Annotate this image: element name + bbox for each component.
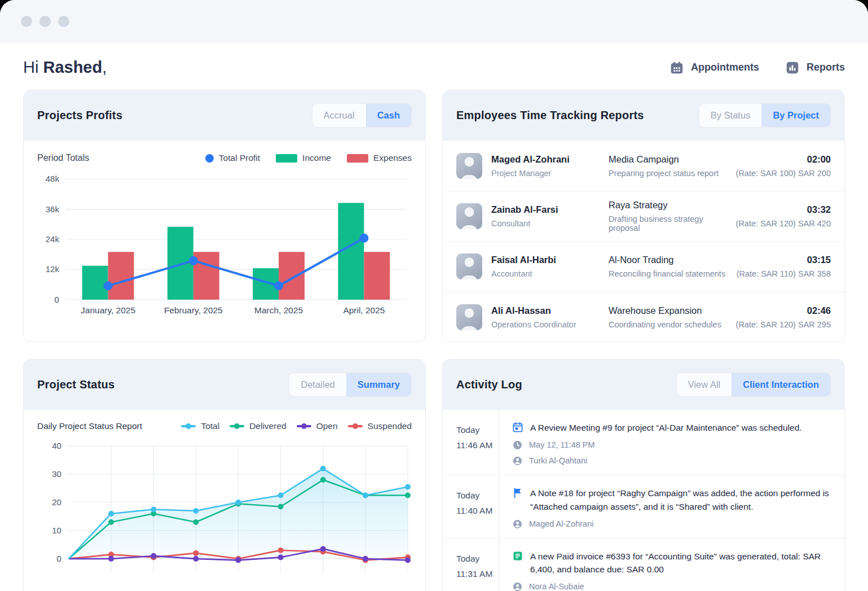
toggle-detailed[interactable]: Detailed [289,373,346,396]
task-description: Drafting business strategy proposal [609,214,727,233]
time-tracking-panel: Employees Time Tracking Reports By Statu… [442,90,845,342]
tracked-duration: 03:32 [736,204,831,215]
activity-entry: Today11:31 AM A new Paid invoice #6393 f… [443,538,844,591]
person-icon [513,582,522,591]
tracked-duration: 02:46 [736,305,831,316]
window-control-dot[interactable] [58,16,69,27]
invoice-icon [512,550,523,562]
time-tracking-title: Employees Time Tracking Reports [456,109,644,122]
period-totals-label: Period Totals [37,153,89,163]
rate-amount: (Rate: SAR 120) SAR 295 [736,320,831,329]
activity-log-panel: Activity Log View All Client Interaction… [442,359,845,591]
activity-text: A new Paid invoice #6393 for “Accounting… [530,550,831,576]
rate-amount: (Rate: SAR 100) SAR 200 [736,169,831,178]
activity-timestamp: Today11:31 AM [443,539,500,591]
toggle-by-status[interactable]: By Status [699,104,762,127]
svg-text:20: 20 [52,497,61,507]
employee-name: Faisal Al-Harbi [491,255,600,265]
calendar-icon [669,60,684,75]
task-description: Reconciling financial statements [609,269,728,278]
employee-row[interactable]: Ali Al-HassanOperations Coordinator Ware… [443,292,844,342]
expenses-swatch [347,154,368,163]
employee-role: Project Manager [491,169,600,178]
clock-icon [513,440,522,450]
status-legend: Total Delivered Open Suspended [181,421,412,431]
task-description: Coordinating vendor schedules [609,320,727,329]
profits-toggle: Accrual Cash [312,103,412,128]
toggle-client-interaction[interactable]: Client Interaction [732,373,830,396]
svg-text:24k: 24k [46,234,60,244]
toggle-summary[interactable]: Summary [346,373,411,396]
status-toggle: Detailed Summary [289,373,412,397]
window-titlebar [0,0,868,43]
legend-expenses: Expenses [347,153,412,163]
employee-list: Maged Al-ZohraniProject Manager Media Ca… [443,141,844,342]
toggle-by-project[interactable]: By Project [761,104,830,127]
activity-meta: Maged Al-Zohrani [513,519,831,529]
toggle-accrual[interactable]: Accrual [312,104,366,127]
reports-button[interactable]: Reports [785,60,845,75]
employee-row[interactable]: Zainab Al-FarsiConsultant Raya StrategyD… [443,191,844,241]
flag-icon [512,487,523,498]
employee-role: Operations Coordinator [491,320,600,329]
toggle-cash[interactable]: Cash [366,104,411,127]
profits-bar-line-chart: 48k36k24k12k0January, 2025February, 2025… [37,171,412,319]
activity-text: A Note #18 for project “Raghy Campaign” … [530,487,831,513]
employee-role: Accountant [491,269,600,278]
svg-text:February, 2025: February, 2025 [164,305,223,315]
svg-text:10: 10 [52,526,61,535]
legend-open: Open [297,421,338,431]
avatar [456,304,482,330]
user-name: Rashed [43,58,102,76]
app-window: Hi Rashed, Appointments Reports [0,0,868,591]
calendar-event-icon [512,422,523,433]
activity-timestamp: Today11:46 AM [443,410,500,475]
activity-list: Today11:46 AM A Review Meeting #9 for pr… [443,410,844,591]
rate-amount: (Rate: SAR 110) SAR 358 [737,269,831,278]
tracked-duration: 03:15 [737,255,831,265]
avatar [456,203,482,229]
activity-toggle: View All Client Interaction [676,373,831,397]
time-tracking-toggle: By Status By Project [699,103,831,128]
svg-text:January, 2025: January, 2025 [81,305,135,315]
employee-row[interactable]: Faisal Al-HarbiAccountant Al-Noor Tradin… [443,241,844,291]
activity-meta: May 12, 11:48 PM [513,440,831,450]
toggle-view-all[interactable]: View All [677,373,732,396]
project-name: Media Campaign [609,154,727,165]
total-profit-swatch [205,154,214,163]
activity-text: A Review Meeting #9 for project “Al-Dar … [530,421,802,434]
avatar [456,153,482,179]
svg-text:April, 2025: April, 2025 [343,305,385,315]
project-name: Warehouse Expansion [609,305,727,316]
page-greeting: Hi Rashed, [23,58,107,77]
legend-total-profit: Total Profit [205,153,260,163]
employee-role: Consultant [491,219,600,228]
window-control-dot[interactable] [39,16,51,27]
profits-legend: Total Profit Income Expenses [205,153,412,163]
employee-name: Zainab Al-Farsi [491,204,600,215]
svg-text:12k: 12k [46,264,60,274]
project-status-title: Project Status [37,378,114,391]
appointments-button[interactable]: Appointments [669,60,759,75]
window-control-dot[interactable] [21,16,32,27]
bar-chart-icon [785,60,800,75]
status-chart-caption: Daily Project Status Report [37,421,142,431]
project-status-panel: Project Status Detailed Summary Daily Pr… [23,359,426,591]
activity-entry: Today11:40 AM A Note #18 for project “Ra… [443,475,844,538]
projects-profits-panel: Projects Profits Accrual Cash Period Tot… [23,90,426,342]
legend-suspended: Suspended [348,421,412,431]
income-swatch [276,154,297,163]
activity-log-title: Activity Log [456,378,522,391]
legend-total: Total [181,421,219,431]
activity-meta: Nora Al-Subaie [513,581,831,591]
person-icon [513,456,522,466]
svg-text:March, 2025: March, 2025 [254,305,303,315]
svg-text:0: 0 [55,295,59,304]
employee-row[interactable]: Maged Al-ZohraniProject Manager Media Ca… [443,141,844,191]
avatar [456,253,482,279]
projects-profits-title: Projects Profits [37,109,122,122]
svg-text:30: 30 [52,469,61,479]
legend-income: Income [276,153,331,163]
svg-text:0: 0 [57,554,61,563]
employee-name: Maged Al-Zohrani [491,154,600,165]
